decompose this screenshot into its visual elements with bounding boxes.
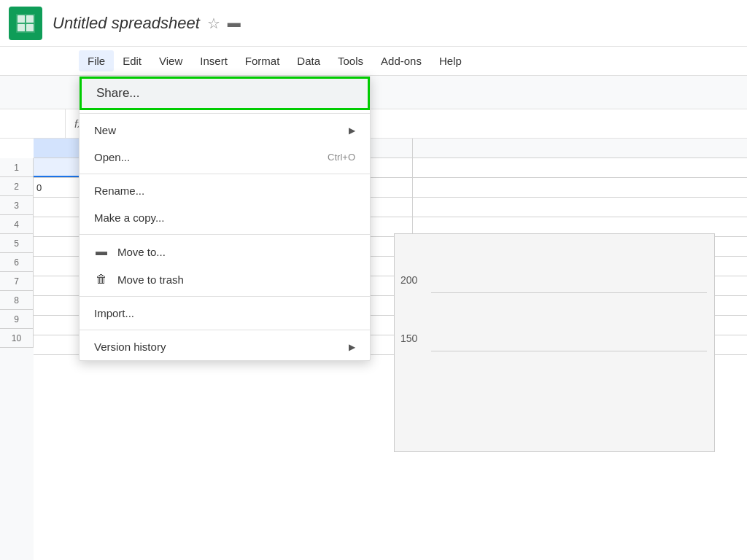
dropdown-divider-2: [80, 174, 370, 174]
new-menu-item[interactable]: New ▶: [80, 117, 370, 144]
cell-b2-value: 0: [36, 182, 42, 193]
top-bar: Untitled spreadsheet ☆ ▬: [0, 0, 747, 47]
import-menu-item[interactable]: Import...: [80, 300, 370, 327]
menu-bar: File Edit View Insert Format Data Tools …: [0, 47, 747, 76]
row-num-8: 8: [0, 291, 34, 310]
menu-tools[interactable]: Tools: [329, 50, 372, 71]
version-history-label: Version history: [94, 341, 166, 353]
menu-data[interactable]: Data: [288, 50, 329, 71]
import-label: Import...: [94, 307, 134, 319]
arrow-icon: ▶: [349, 125, 355, 136]
svg-rect-3: [18, 24, 25, 31]
row-num-5: 5: [0, 234, 34, 253]
new-label: New: [94, 124, 116, 136]
row-num-3: 3: [0, 196, 34, 215]
svg-rect-2: [26, 15, 34, 23]
row-num-7: 7: [0, 272, 34, 291]
chart-label-150: 150: [400, 332, 417, 344]
trash-menu-icon: 🗑: [94, 273, 109, 286]
row-num-10: 10: [0, 329, 34, 348]
row-num-6: 6: [0, 253, 34, 272]
chart-gridline-150: [431, 351, 707, 351]
star-icon[interactable]: ☆: [207, 15, 220, 32]
dropdown-divider-5: [80, 330, 370, 330]
svg-rect-1: [18, 15, 25, 23]
menu-file[interactable]: File: [79, 50, 114, 71]
menu-help[interactable]: Help: [430, 50, 471, 71]
move-to-menu-item[interactable]: ▬ Move to...: [80, 238, 370, 265]
cell-reference[interactable]: [0, 109, 66, 138]
row-num-2: 2: [0, 177, 34, 196]
row-num-1: 1: [0, 158, 34, 177]
row-num-9: 9: [0, 310, 34, 329]
menu-edit[interactable]: Edit: [114, 50, 150, 71]
share-menu-item[interactable]: Share...: [80, 77, 370, 110]
rename-label: Rename...: [94, 184, 144, 197]
dropdown-divider-4: [80, 296, 370, 297]
dropdown-divider-3: [80, 234, 370, 235]
chart-label-200: 200: [400, 274, 417, 286]
svg-rect-4: [26, 24, 34, 31]
version-history-arrow-icon: ▶: [349, 342, 355, 352]
document-title[interactable]: Untitled spreadsheet: [53, 14, 200, 33]
menu-insert[interactable]: Insert: [191, 50, 236, 71]
move-to-trash-menu-item[interactable]: 🗑 Move to trash: [80, 265, 370, 293]
row-num-4: 4: [0, 215, 34, 234]
make-copy-label: Make a copy...: [94, 211, 164, 224]
chart-gridline-200: [431, 292, 707, 293]
folder-menu-icon: ▬: [94, 245, 109, 258]
dropdown-divider-1: [80, 113, 370, 114]
folder-icon[interactable]: ▬: [228, 15, 241, 31]
menu-view[interactable]: View: [150, 50, 191, 71]
app-icon[interactable]: [9, 7, 42, 40]
make-copy-menu-item[interactable]: Make a copy...: [80, 204, 370, 231]
file-dropdown-menu: Share... New ▶ Open... Ctrl+O Rename... …: [79, 76, 371, 361]
row-numbers: 1 2 3 4 5 6 7 8 9 10: [0, 158, 34, 560]
menu-addons[interactable]: Add-ons: [372, 50, 430, 71]
menu-format[interactable]: Format: [236, 50, 289, 71]
move-to-label: Move to...: [117, 246, 166, 258]
open-menu-item[interactable]: Open... Ctrl+O: [80, 144, 370, 171]
title-area: Untitled spreadsheet ☆ ▬: [53, 14, 241, 33]
rename-menu-item[interactable]: Rename...: [80, 177, 370, 204]
open-label: Open...: [94, 151, 130, 163]
version-history-menu-item[interactable]: Version history ▶: [80, 333, 370, 360]
open-shortcut: Ctrl+O: [328, 152, 355, 163]
chart-area: 200 150: [394, 233, 715, 452]
move-to-trash-label: Move to trash: [117, 273, 184, 286]
